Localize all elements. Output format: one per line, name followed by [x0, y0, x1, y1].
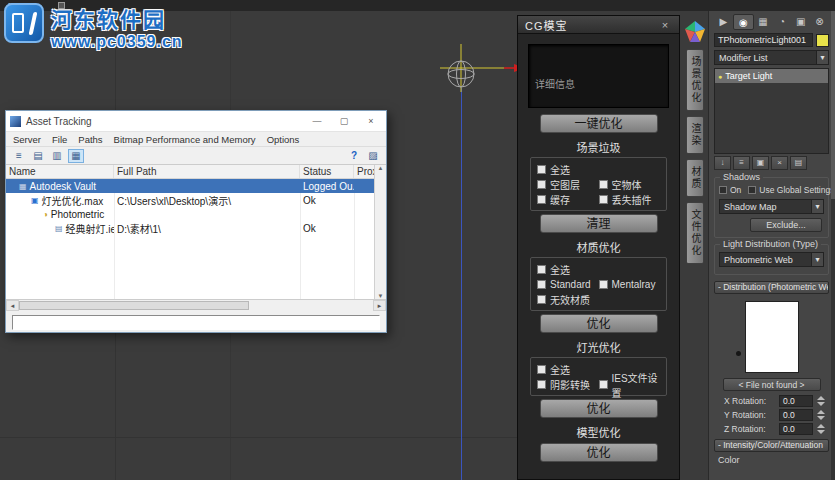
side-tab-scene-optimize[interactable]: 场景优化 [686, 49, 704, 111]
exclude-button[interactable]: Exclude... [750, 218, 822, 232]
checkbox-select-all[interactable]: 全选 [537, 162, 660, 177]
scroll-right-icon[interactable]: ► [373, 300, 386, 311]
utilities-tab-icon[interactable]: ⊗ [810, 14, 829, 30]
object-color-swatch[interactable] [816, 34, 829, 47]
checkbox-ies-file-settings[interactable]: IES文件设置 [599, 377, 661, 392]
stack-item-target-light[interactable]: ● Target Light [715, 69, 828, 83]
display-tab-icon[interactable]: ▣ [791, 14, 810, 30]
section-title-material-optimize: 材质优化 [518, 239, 679, 255]
close-icon[interactable]: × [658, 19, 672, 31]
table-row-ies-file[interactable]: ▤经典射灯.ies D:\素材\1\ Ok [6, 221, 386, 235]
distribution-rollout-header[interactable]: - Distribution (Photometric Web) [714, 281, 829, 294]
light-distribution-dropdown[interactable]: Photometric Web ▾ [719, 252, 824, 267]
clean-button[interactable]: 清理 [540, 214, 658, 233]
material-optimize-group: 全选 Standard Mentalray 无效材质 [530, 257, 667, 311]
asset-tracking-app-icon [10, 116, 21, 127]
z-rotation-spinner[interactable] [816, 424, 825, 434]
table-view-icon[interactable]: ▦ [68, 149, 84, 163]
list-view-icon[interactable]: ▤ [30, 149, 46, 163]
max-file-icon: ▣ [31, 196, 39, 205]
shadows-on-checkbox[interactable]: On [719, 185, 741, 195]
one-click-optimize-button[interactable]: 一键优化 [540, 114, 658, 133]
details-view-icon[interactable]: ▥ [49, 149, 65, 163]
remove-modifier-icon[interactable]: × [771, 156, 788, 170]
scrollbar-track[interactable] [19, 300, 373, 311]
maximize-button[interactable]: ▢ [333, 116, 355, 126]
table-row-photometric[interactable]: ◑Photometric [6, 207, 386, 221]
photometric-light-gizmo[interactable] [432, 42, 527, 94]
spinner-down-icon[interactable] [817, 416, 825, 420]
z-rotation-input[interactable]: 0.0 [779, 423, 813, 435]
spinner-up-icon[interactable] [817, 424, 825, 428]
watermark: 河东软件园 www.pc0359.cn [4, 3, 183, 51]
checkbox-shadow-convert[interactable]: 阴影转换 [537, 377, 599, 392]
make-unique-icon[interactable]: ▣ [752, 156, 769, 170]
checkbox-invalid-materials[interactable]: 无效材质 [537, 292, 660, 307]
panel-scrollbar[interactable] [831, 11, 835, 480]
asset-tracking-titlebar[interactable]: Asset Tracking — ▢ × [6, 111, 386, 132]
side-tab-render[interactable]: 渲染 [686, 116, 704, 154]
file-not-found-button[interactable]: < File not found > [723, 378, 821, 391]
cg-side-tabs: 场景优化 渲染 材质 文件优化 [683, 20, 707, 264]
side-tab-material[interactable]: 材质 [686, 159, 704, 197]
y-rotation-input[interactable]: 0.0 [779, 409, 813, 421]
asset-name: Autodesk Vault [30, 181, 97, 192]
column-header-status[interactable]: Status [300, 165, 354, 178]
shadow-type-dropdown[interactable]: Shadow Map ▾ [719, 199, 824, 214]
intensity-rollout-header[interactable]: - Intensity/Color/Attenuation [714, 439, 829, 452]
scroll-left-icon[interactable]: ◄ [6, 300, 19, 311]
menu-file[interactable]: File [52, 134, 67, 145]
y-rotation-spinner[interactable] [816, 410, 825, 420]
table-row-autodesk-vault[interactable]: ▦Autodesk Vault Logged Ou... [6, 179, 386, 193]
checkbox-empty-layers[interactable]: 空图层 [537, 177, 599, 192]
checkbox-cache[interactable]: 缓存 [537, 192, 599, 207]
x-rotation-input[interactable]: 0.0 [779, 395, 813, 407]
modify-tab-icon[interactable]: ◉ [733, 14, 754, 30]
checkbox-standard[interactable]: Standard [537, 277, 599, 292]
column-header-full-path[interactable]: Full Path [114, 165, 300, 178]
help-icon[interactable]: ? [346, 149, 362, 163]
spinner-up-icon[interactable] [817, 396, 825, 400]
use-global-settings-checkbox[interactable]: Use Global Settings [748, 185, 834, 195]
cg-logo-icon[interactable] [684, 20, 706, 44]
minimize-button[interactable]: — [306, 116, 328, 126]
distribution-rollout-body: < File not found > X Rotation: 0.0 Y Rot… [714, 297, 829, 435]
table-row-max-file[interactable]: ▣灯光优化.max C:\Users\xl\Desktop\演示\ Ok [6, 193, 386, 207]
spinner-up-icon[interactable] [817, 410, 825, 414]
create-tab-icon[interactable]: ▶ [714, 14, 733, 30]
menu-bitmap-performance[interactable]: Bitmap Performance and Memory [114, 134, 256, 145]
checkbox-missing-plugins[interactable]: 丢失插件 [599, 192, 661, 207]
hierarchy-tab-icon[interactable]: ▦ [754, 14, 773, 30]
model-optimize-button[interactable]: 优化 [540, 443, 658, 462]
menu-server[interactable]: Server [13, 134, 41, 145]
material-optimize-button[interactable]: 优化 [540, 314, 658, 333]
object-name-input[interactable]: TPhotometricLight001 [714, 33, 813, 47]
cg-panel-titlebar[interactable]: CG模宝 × [518, 16, 679, 34]
column-header-name[interactable]: Name [6, 165, 114, 178]
horizontal-scrollbar[interactable]: ◄ ► [6, 299, 386, 311]
spinner-down-icon[interactable] [817, 430, 825, 434]
checkbox-mentalray[interactable]: Mentalray [599, 277, 661, 292]
x-rotation-spinner[interactable] [816, 396, 825, 406]
menu-bar: Server File Paths Bitmap Performance and… [6, 132, 386, 147]
vertical-scrollbar[interactable]: ▲ ▼ [374, 165, 386, 299]
menu-paths[interactable]: Paths [78, 134, 102, 145]
checkbox-empty-objects[interactable]: 空物体 [599, 177, 661, 192]
side-tab-file-optimize[interactable]: 文件优化 [686, 202, 704, 264]
close-button[interactable]: × [360, 116, 382, 126]
scrollbar-thumb[interactable] [19, 301, 249, 310]
scroll-down-icon[interactable]: ▼ [378, 293, 384, 299]
scrollbar-thumb[interactable] [831, 11, 835, 199]
pin-stack-icon[interactable]: ↓ [714, 156, 731, 170]
menu-options[interactable]: Options [267, 134, 300, 145]
light-optimize-button[interactable]: 优化 [540, 399, 658, 418]
settings-icon[interactable]: ▨ [365, 149, 381, 163]
configure-modifier-sets-icon[interactable]: ▤ [790, 156, 807, 170]
checkbox-select-all[interactable]: 全选 [537, 262, 660, 277]
spinner-down-icon[interactable] [817, 402, 825, 406]
refresh-icon[interactable]: ≡ [11, 149, 27, 163]
scroll-up-icon[interactable]: ▲ [378, 165, 384, 171]
motion-tab-icon[interactable]: ◔ [772, 14, 791, 30]
modifier-list-dropdown[interactable]: Modifier List ▾ [714, 50, 829, 65]
show-end-result-icon[interactable]: ≡ [733, 156, 750, 170]
